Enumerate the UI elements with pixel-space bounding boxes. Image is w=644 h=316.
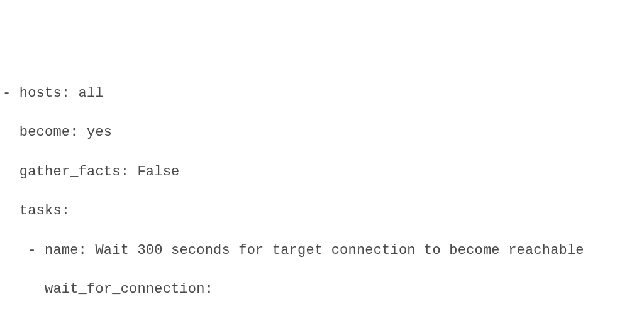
code-line: tasks: xyxy=(3,201,641,221)
code-line: gather_facts: False xyxy=(3,162,641,182)
code-line: wait_for_connection: xyxy=(3,280,641,299)
code-line: - hosts: all xyxy=(3,84,641,103)
code-line: become: yes xyxy=(3,123,641,142)
code-line: - name: Wait 300 seconds for target conn… xyxy=(3,241,641,260)
